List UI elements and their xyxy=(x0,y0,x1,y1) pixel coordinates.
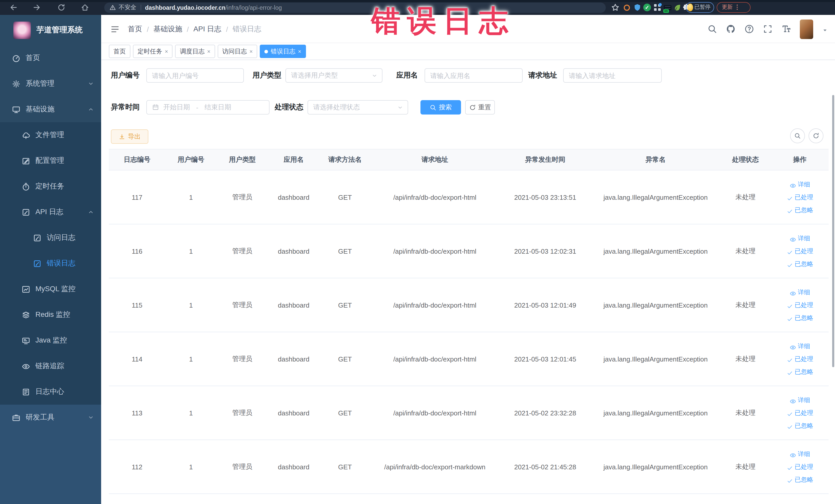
browser-menu-icon[interactable] xyxy=(734,4,741,11)
sidebar-item-7[interactable]: 访问日志 xyxy=(0,225,101,250)
leaf-extension-icon[interactable] xyxy=(673,3,682,12)
action-2-link[interactable]: 已忽略 xyxy=(787,420,813,431)
action-label: 详细 xyxy=(798,395,810,406)
sidebar-item-6[interactable]: API 日志 xyxy=(0,199,101,225)
sidebar-item-10[interactable]: Redis 监控 xyxy=(0,302,101,328)
filter-row-1: 用户编号 用户类型 请选择用户类型 应用名 请求地址 xyxy=(101,68,662,83)
sidebar-item-11[interactable]: Java 监控 xyxy=(0,328,101,353)
user-type-select[interactable]: 请选择用户类型 xyxy=(285,68,383,83)
breadcrumb-item-2[interactable]: API 日志 xyxy=(194,24,222,34)
request-url-input[interactable] xyxy=(563,68,662,83)
action-0-link[interactable]: 详细 xyxy=(790,395,810,406)
home-icon[interactable] xyxy=(81,3,89,12)
close-icon[interactable]: × xyxy=(298,48,301,55)
app-logo-row[interactable]: 芋道管理系统 xyxy=(0,15,101,45)
action-0-link[interactable]: 详细 xyxy=(790,233,810,244)
reset-button[interactable]: 重置 xyxy=(465,100,495,115)
sidebar-item-8[interactable]: 错误日志 xyxy=(0,250,101,276)
cell-id: 116 xyxy=(109,224,165,278)
tab-label: 定时任务 xyxy=(138,47,162,56)
font-size-icon[interactable] xyxy=(781,24,791,34)
user-avatar[interactable] xyxy=(799,19,813,39)
grid-extension-icon[interactable] xyxy=(653,3,662,12)
sidebar-item-9[interactable]: MySQL 监控 xyxy=(0,276,101,302)
check-icon xyxy=(787,302,793,308)
user-id-label: 用户编号 xyxy=(111,71,140,80)
action-0-link[interactable]: 详细 xyxy=(790,448,810,460)
dashboard-icon xyxy=(12,54,21,62)
cell-time: 2021-05-03 12:01:49 xyxy=(499,278,591,332)
app-name-input[interactable] xyxy=(425,68,523,83)
help-icon[interactable] xyxy=(744,24,754,34)
toggle-search-button[interactable] xyxy=(790,128,805,143)
browser-update-button[interactable]: 更新 xyxy=(717,2,751,13)
export-button[interactable]: 导出 xyxy=(111,129,148,144)
sidebar-item-2[interactable]: 基础设施 xyxy=(0,97,101,122)
tab-3[interactable]: 访问日志× xyxy=(218,45,258,58)
check-icon xyxy=(787,476,793,483)
action-2-link[interactable]: 已忽略 xyxy=(787,258,813,269)
tab-2[interactable]: 调度日志× xyxy=(175,45,215,58)
orange-extension-icon[interactable] xyxy=(622,3,631,12)
sidebar-item-12[interactable]: 链路追踪 xyxy=(0,353,101,379)
process-status-select[interactable]: 请选择处理状态 xyxy=(307,100,408,115)
breadcrumb-item-0[interactable]: 首页 xyxy=(128,24,142,34)
action-0-link[interactable]: 详细 xyxy=(790,340,810,352)
close-icon[interactable]: × xyxy=(207,48,210,55)
user-id-input[interactable] xyxy=(146,68,244,83)
breadcrumb-separator: / xyxy=(147,25,149,33)
green-check-extension-icon[interactable]: ✓ xyxy=(643,3,651,12)
back-icon[interactable] xyxy=(9,3,18,12)
sidebar-item-1[interactable]: 系统管理 xyxy=(0,71,101,97)
sidebar-item-14[interactable]: 研发工具 xyxy=(0,405,101,430)
refresh-table-button[interactable] xyxy=(808,128,823,143)
action-2-link[interactable]: 已忽略 xyxy=(787,204,813,216)
action-label: 已处理 xyxy=(795,407,813,419)
bookmark-star-icon[interactable] xyxy=(611,3,619,12)
cell-app: dashboard xyxy=(268,278,319,332)
shield-extension-icon[interactable] xyxy=(633,3,642,12)
timer-icon xyxy=(22,182,30,191)
chevron-down-icon[interactable] xyxy=(822,26,828,32)
hamburger-icon[interactable] xyxy=(110,25,120,34)
sidebar-item-0[interactable]: 首页 xyxy=(0,45,101,71)
sidebar-item-5[interactable]: 定时任务 xyxy=(0,174,101,199)
close-icon[interactable]: × xyxy=(249,48,253,55)
tab-1[interactable]: 定时任务× xyxy=(133,45,173,58)
page-scrollbar[interactable] xyxy=(832,95,834,367)
tab-4[interactable]: 错误日志× xyxy=(260,45,306,58)
github-icon[interactable] xyxy=(726,24,735,34)
exception-time-range[interactable]: 开始日期 - 结束日期 xyxy=(146,100,269,115)
sidebar-item-3[interactable]: 文件管理 xyxy=(0,122,101,148)
exception-time-label: 异常时间 xyxy=(111,103,140,112)
action-label: 已处理 xyxy=(795,353,813,365)
reload-icon[interactable] xyxy=(57,3,66,12)
action-0-link[interactable]: 详细 xyxy=(790,179,810,190)
action-1-link[interactable]: 已处理 xyxy=(787,299,813,311)
action-1-link[interactable]: 已处理 xyxy=(787,407,813,419)
sidebar-item-13[interactable]: 日志中心 xyxy=(0,379,101,405)
action-0-link[interactable]: 详细 xyxy=(790,286,810,298)
action-1-link[interactable]: 已处理 xyxy=(787,245,813,257)
app-logo xyxy=(13,21,31,39)
action-1-link[interactable]: 已处理 xyxy=(787,353,813,365)
address-bar[interactable]: 不安全 dashboard.yudao.iocoder.cn/infra/log… xyxy=(104,2,606,13)
sidebar-item-label: 错误日志 xyxy=(47,259,76,268)
profile-paused-badge[interactable]: 已暂停 xyxy=(686,2,714,13)
search-icon[interactable] xyxy=(707,24,717,34)
action-2-link[interactable]: 已忽略 xyxy=(787,474,813,485)
sidebar-item-4[interactable]: 配置管理 xyxy=(0,148,101,174)
breadcrumb-item-1[interactable]: 基础设施 xyxy=(154,24,182,34)
search-button[interactable]: 搜索 xyxy=(421,100,461,115)
fullscreen-icon[interactable] xyxy=(762,24,772,34)
action-1-link[interactable]: 已处理 xyxy=(787,191,813,203)
close-icon[interactable]: × xyxy=(165,48,168,55)
tab-0[interactable]: 首页 xyxy=(109,45,130,58)
action-1-link[interactable]: 已处理 xyxy=(787,461,813,472)
on-toggle-extension-icon[interactable]: on xyxy=(663,3,672,12)
action-2-link[interactable]: 已忽略 xyxy=(787,366,813,378)
action-2-link[interactable]: 已忽略 xyxy=(787,312,813,323)
range-separator: - xyxy=(196,103,199,111)
forward-icon[interactable] xyxy=(32,3,41,12)
cloud-icon xyxy=(22,131,30,139)
